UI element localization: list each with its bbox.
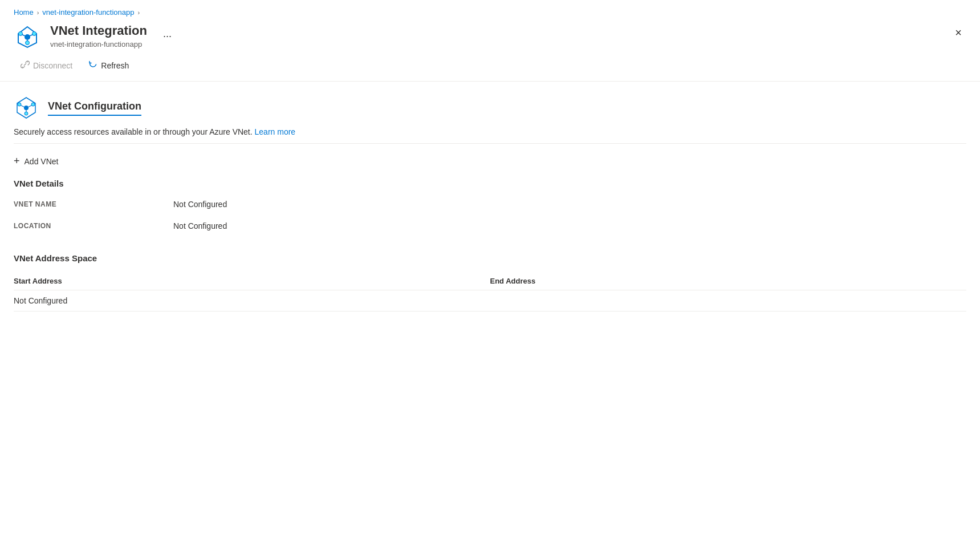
svg-point-12: [25, 112, 28, 115]
svg-line-13: [21, 106, 25, 108]
add-vnet-button[interactable]: + Add VNet: [14, 155, 58, 167]
col-start-address: Start Address: [14, 272, 490, 290]
svg-line-5: [22, 35, 26, 37]
location-label: LOCATION: [14, 222, 173, 230]
more-options-button[interactable]: ···: [163, 30, 172, 42]
main-content: VNet Configuration Securely access resou…: [0, 82, 980, 325]
svg-point-10: [18, 103, 21, 106]
breadcrumb-app[interactable]: vnet-integration-functionapp: [42, 8, 134, 17]
address-row: Not Configured: [14, 290, 966, 312]
add-vnet-label: Add VNet: [25, 157, 59, 166]
page-subtitle: vnet-integration-functionapp: [50, 40, 147, 48]
svg-point-9: [24, 106, 29, 110]
page-title: VNet Integration: [50, 23, 147, 38]
refresh-icon: [88, 60, 97, 71]
address-table: Start Address End Address Not Configured: [14, 272, 966, 312]
section-header: VNet Configuration: [14, 95, 966, 120]
vnet-name-value: Not Configured: [173, 200, 966, 209]
svg-point-1: [25, 34, 30, 40]
svg-line-6: [30, 35, 33, 37]
svg-point-3: [32, 32, 36, 36]
learn-more-link[interactable]: Learn more: [255, 127, 296, 136]
header-text: VNet Integration vnet-integration-functi…: [50, 23, 147, 48]
location-value: Not Configured: [173, 221, 966, 230]
refresh-button[interactable]: Refresh: [82, 56, 136, 74]
breadcrumb-chevron1: ›: [37, 9, 39, 16]
col-end-address: End Address: [490, 272, 967, 290]
vnet-name-row: VNet NAME Not Configured: [14, 200, 966, 209]
disconnect-label: Disconnect: [33, 61, 72, 70]
disconnect-button[interactable]: Disconnect: [14, 56, 79, 74]
address-end-value: [490, 290, 967, 312]
svg-point-11: [31, 103, 35, 106]
vnet-integration-icon: [14, 22, 41, 50]
add-icon: +: [14, 155, 20, 167]
description-text: Securely access resources available in o…: [14, 127, 253, 136]
section-title: VNet Configuration: [48, 100, 141, 116]
address-section-title: VNet Address Space: [14, 253, 966, 263]
refresh-label: Refresh: [101, 61, 129, 70]
vnet-details-section: VNet Details VNet NAME Not Configured LO…: [14, 179, 966, 230]
page-header: VNet Integration vnet-integration-functi…: [0, 22, 980, 50]
address-start-value: Not Configured: [14, 290, 490, 312]
header-left: VNet Integration vnet-integration-functi…: [14, 22, 172, 50]
vnet-config-icon: [14, 95, 39, 120]
breadcrumb-chevron2: ›: [138, 9, 140, 16]
svg-line-14: [28, 106, 32, 108]
vnet-name-label: VNet NAME: [14, 200, 173, 208]
location-row: LOCATION Not Configured: [14, 221, 966, 230]
description: Securely access resources available in o…: [14, 127, 966, 144]
details-section-title: VNet Details: [14, 179, 966, 188]
svg-point-4: [26, 41, 30, 45]
address-space-section: VNet Address Space Start Address End Add…: [14, 253, 966, 312]
svg-point-2: [19, 32, 23, 36]
toolbar: Disconnect Refresh: [0, 50, 980, 82]
breadcrumb: Home › vnet-integration-functionapp ›: [0, 0, 980, 22]
breadcrumb-home[interactable]: Home: [14, 8, 34, 17]
close-button[interactable]: ×: [950, 22, 966, 43]
disconnect-icon: [21, 60, 30, 71]
